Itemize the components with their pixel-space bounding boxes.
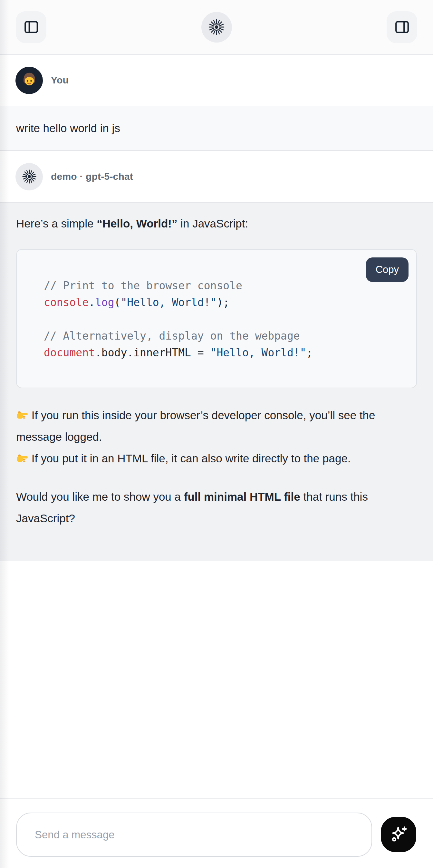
assistant-sender-row: demo · gpt-5-chat xyxy=(0,151,433,202)
sidebar-toggle-button[interactable] xyxy=(16,11,47,43)
assistant-intro-paragraph: Here’s a simple “Hello, World!” in JavaS… xyxy=(16,213,417,234)
user-sender-label: You xyxy=(51,75,69,86)
code-block: Copy // Print to the browser consolecons… xyxy=(16,249,417,388)
starburst-icon xyxy=(208,19,225,35)
assistant-sender-label: demo · gpt-5-chat xyxy=(51,171,133,182)
message-input[interactable] xyxy=(16,813,372,857)
assistant-message-body: Here’s a simple “Hello, World!” in JavaS… xyxy=(0,202,433,561)
point-right-emoji xyxy=(16,409,28,421)
point-right-emoji xyxy=(16,452,28,464)
panel-left-icon xyxy=(23,19,39,35)
composer-bar xyxy=(0,798,433,868)
copy-code-button[interactable]: Copy xyxy=(366,257,408,282)
assistant-pointers-paragraph: If you run this inside your browser’s de… xyxy=(16,404,417,469)
model-logo-avatar xyxy=(202,12,232,42)
top-bar xyxy=(0,0,433,55)
user-avatar xyxy=(16,67,43,94)
user-message-text: write hello world in js xyxy=(16,122,120,135)
send-button[interactable] xyxy=(381,817,416,852)
assistant-closing-paragraph: Would you like me to show you a full min… xyxy=(16,486,417,529)
person-emoji-icon xyxy=(19,70,39,90)
panel-right-icon xyxy=(394,19,410,35)
starburst-icon xyxy=(22,169,37,184)
user-sender-row: You xyxy=(0,55,433,106)
assistant-avatar xyxy=(16,163,43,190)
code-content: // Print to the browser consoleconsole.l… xyxy=(17,250,416,387)
sparkle-plus-icon xyxy=(389,825,408,844)
right-panel-toggle-button[interactable] xyxy=(386,11,417,43)
user-message-bubble: write hello world in js xyxy=(0,106,433,151)
empty-scroll-area xyxy=(0,561,433,798)
